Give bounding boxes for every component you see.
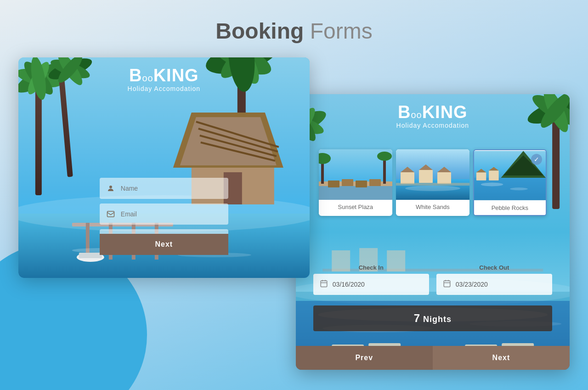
nights-label: Nights xyxy=(423,315,452,324)
email-input[interactable] xyxy=(121,210,223,218)
checkout-field[interactable]: 03/23/2020 xyxy=(436,274,552,295)
svg-point-86 xyxy=(405,186,460,191)
form-card-2: BooKING Holiday Accomodation xyxy=(296,94,570,370)
svg-point-39 xyxy=(109,186,112,188)
person-icon xyxy=(105,183,116,194)
page-title: Booking Forms xyxy=(0,0,588,57)
svg-rect-79 xyxy=(401,172,414,184)
resort-card-pebble-rocks[interactable]: ✓ Pebble Rocks xyxy=(473,149,547,216)
svg-rect-34 xyxy=(79,253,102,258)
title-bold: Booking xyxy=(215,19,304,43)
svg-rect-91 xyxy=(476,172,486,181)
next-button-1[interactable]: Next xyxy=(100,234,228,255)
checkout-group: Check Out 03/23/2020 xyxy=(436,264,552,295)
booking-logo-1: BooKING xyxy=(128,67,201,84)
svg-rect-40 xyxy=(107,211,114,217)
form-card-1: BooKING Holiday Accomodation xyxy=(18,57,310,278)
calendar-icon-checkin xyxy=(320,279,328,289)
checkin-value: 03/16/2020 xyxy=(333,281,365,288)
svg-rect-97 xyxy=(321,281,327,287)
date-section: Check In 03/16/2020 Check Out xyxy=(313,264,552,295)
prev-button[interactable]: Prev xyxy=(296,346,433,370)
nights-count: 7 xyxy=(414,312,420,324)
resort-label-2: White Sands xyxy=(396,200,469,214)
next-button-2[interactable]: Next xyxy=(433,346,570,370)
svg-point-96 xyxy=(510,187,528,190)
selected-check: ✓ xyxy=(531,154,542,165)
svg-rect-85 xyxy=(396,183,469,186)
resort-cards: Sunset Plaza xyxy=(309,149,557,216)
title-light: Forms xyxy=(304,19,372,43)
svg-rect-83 xyxy=(437,172,451,184)
name-field-row xyxy=(100,178,228,199)
svg-point-95 xyxy=(481,183,503,187)
resort-label-1: Sunset Plaza xyxy=(319,200,392,214)
svg-rect-93 xyxy=(489,170,498,180)
form2-buttons: Prev Next xyxy=(296,346,570,370)
email-icon xyxy=(105,209,116,220)
svg-rect-69 xyxy=(328,181,339,187)
resort-image-2 xyxy=(396,149,469,200)
svg-rect-70 xyxy=(342,179,353,186)
form-background-2: BooKING Holiday Accomodation xyxy=(296,94,570,370)
svg-point-76 xyxy=(377,152,392,161)
forms-container: BooKING Holiday Accomodation xyxy=(0,57,588,370)
booking-subtitle-2: Holiday Accomodation xyxy=(396,122,469,129)
resort-image-3: ✓ xyxy=(474,150,546,201)
logo-area-1: BooKING Holiday Accomodation xyxy=(128,67,201,92)
nights-bar: 7Nights xyxy=(313,305,552,331)
resort-image-1 xyxy=(319,149,392,200)
svg-rect-101 xyxy=(444,281,450,287)
resort-label-3: Pebble Rocks xyxy=(474,201,546,215)
email-field-row xyxy=(100,203,228,225)
svg-rect-68 xyxy=(319,186,392,200)
resort-card-sunset-plaza[interactable]: Sunset Plaza xyxy=(319,149,392,216)
booking-subtitle-1: Holiday Accomodation xyxy=(128,85,201,92)
logo-area-2: BooKING Holiday Accomodation xyxy=(396,103,469,129)
form-fields-1: Next xyxy=(100,178,228,255)
svg-rect-72 xyxy=(369,179,381,186)
form-background-1: BooKING Holiday Accomodation xyxy=(18,57,310,278)
checkin-group: Check In 03/16/2020 xyxy=(313,264,429,295)
resort-card-white-sands[interactable]: White Sands xyxy=(396,149,469,216)
checkin-field[interactable]: 03/16/2020 xyxy=(313,274,429,295)
checkout-value: 03/23/2020 xyxy=(456,281,488,288)
svg-rect-71 xyxy=(356,181,367,187)
checkin-label: Check In xyxy=(313,264,429,271)
booking-logo-2: BooKING xyxy=(396,103,469,121)
svg-rect-81 xyxy=(419,170,433,183)
calendar-icon-checkout xyxy=(443,279,451,289)
name-input[interactable] xyxy=(121,185,223,192)
checkout-label: Check Out xyxy=(436,264,552,271)
